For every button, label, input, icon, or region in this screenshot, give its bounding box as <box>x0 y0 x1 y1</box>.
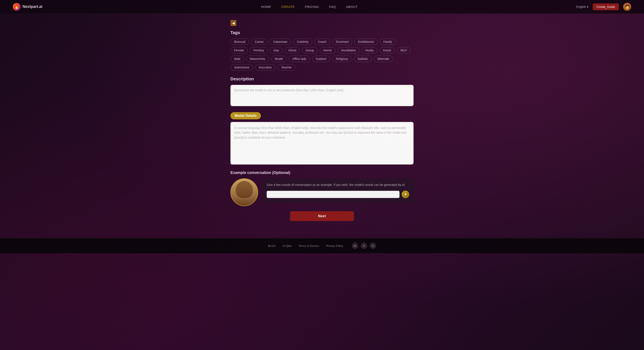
tag-female[interactable]: Female <box>230 47 248 54</box>
ai-generate-button[interactable]: ✦ <box>402 191 409 198</box>
conversation-input-row: ✦ <box>267 191 409 198</box>
conversation-box: Give a few rounds of conversation as an … <box>262 178 414 202</box>
model-details-label: Model Details <box>230 112 261 119</box>
tags-title: Tags <box>230 30 414 35</box>
user-avatar[interactable]: 🧑 <box>623 3 631 11</box>
tag-family[interactable]: Family <box>380 39 396 45</box>
avatar-silhouette <box>231 179 258 206</box>
nav-home[interactable]: HOME <box>261 5 271 9</box>
conversation-hint: Give a few rounds of conversation as an … <box>267 183 409 187</box>
nav-about[interactable]: ABOUT <box>346 5 358 9</box>
tag-teacher[interactable]: Teacher <box>278 64 296 71</box>
nav-right: English ▾ Create_Guide 🧑 <box>576 3 631 11</box>
reddit-icon[interactable]: ◎ <box>370 243 376 249</box>
tag-male[interactable]: Male <box>230 56 244 62</box>
tag-dominant[interactable]: Dominant <box>332 39 352 45</box>
tag-celebrity[interactable]: Celebrity <box>293 39 312 45</box>
create-guide-button[interactable]: Create_Guide <box>593 4 619 10</box>
tag-outdoor[interactable]: Outdoor <box>312 56 330 62</box>
footer: BLOG AI Q&A Terms of Service Privacy Pol… <box>0 238 644 253</box>
model-details-input[interactable] <box>230 122 414 165</box>
tag-masochistic[interactable]: Masochistic <box>246 56 269 62</box>
tag-submissive[interactable]: Submissive <box>230 64 253 71</box>
tag-succubus[interactable]: Succubus <box>255 64 275 71</box>
tags-section: Tags BisexualCareerCatwomanCelebrityCoac… <box>230 30 414 71</box>
nav-links: HOME CREATE PRICING FAQ ABOUT <box>261 5 358 9</box>
character-avatar <box>230 178 258 206</box>
main-content: ◀ Tags BisexualCareerCatwomanCelebrityCo… <box>226 14 418 238</box>
tag-sadistic[interactable]: Sadistic <box>354 56 372 62</box>
next-button-wrapper: Next <box>230 211 414 221</box>
tag-milf[interactable]: MILF <box>397 47 411 54</box>
footer-tos[interactable]: Terms of Service <box>298 244 319 247</box>
language-selector[interactable]: English ▾ <box>576 5 588 9</box>
footer-icons: ⊕ ✈ ◎ <box>352 243 376 249</box>
tag-femboy[interactable]: Femboy <box>250 47 268 54</box>
description-title: Description <box>230 77 414 81</box>
back-button[interactable]: ◀ <box>230 20 236 26</box>
nav-faq[interactable]: FAQ <box>329 5 336 9</box>
telegram-icon[interactable]: ✈ <box>361 243 367 249</box>
tag-model[interactable]: Model <box>271 56 287 62</box>
description-section: Description <box>230 77 414 107</box>
tag-horror[interactable]: Horror <box>320 47 336 54</box>
footer-links: BLOG AI Q&A Terms of Service Privacy Pol… <box>268 244 343 248</box>
description-input[interactable] <box>230 85 414 106</box>
logo-icon: 🔥 <box>13 3 20 11</box>
example-conversation-title: Example conversation (Optional) <box>230 171 414 175</box>
tag-coach[interactable]: Coach <box>314 39 330 45</box>
example-conversation-wrapper: Give a few rounds of conversation as an … <box>230 178 414 206</box>
footer-blog[interactable]: BLOG <box>268 244 276 247</box>
tag-ghost[interactable]: Ghost <box>285 47 300 54</box>
discord-icon[interactable]: ⊕ <box>352 243 358 249</box>
logo-text: Nextpart.ai <box>22 5 42 9</box>
tag-gay[interactable]: Gay <box>270 47 282 54</box>
logo[interactable]: 🔥 Nextpart.ai <box>13 3 42 11</box>
nav-create[interactable]: CREATE <box>281 5 295 9</box>
footer-privacy[interactable]: Privacy Policy <box>326 244 343 247</box>
model-details-section: Model Details <box>230 112 414 165</box>
conversation-input[interactable] <box>267 191 400 198</box>
tag-humiliation[interactable]: Humiliation <box>338 47 360 54</box>
next-button[interactable]: Next <box>290 211 354 221</box>
tag-career[interactable]: Career <box>251 39 268 45</box>
tag-catwoman[interactable]: Catwoman <box>270 39 291 45</box>
navbar: 🔥 Nextpart.ai HOME CREATE PRICING FAQ AB… <box>0 0 644 14</box>
tag-bisexual[interactable]: Bisexual <box>230 39 249 45</box>
footer-aiqna[interactable]: AI Q&A <box>282 244 292 247</box>
tag-incest[interactable]: Incest <box>380 47 394 54</box>
tags-container: BisexualCareerCatwomanCelebrityCoachDomi… <box>230 39 414 71</box>
tag-shemale[interactable]: Shemale <box>374 56 393 62</box>
example-conversation-section: Example conversation (Optional) Give a f… <box>230 171 414 206</box>
tag-exhibitionist[interactable]: Exhibitionist <box>354 39 378 45</box>
tag-religious[interactable]: Religious <box>332 56 352 62</box>
tag-office-lady[interactable]: Office lady <box>289 56 310 62</box>
tag-group[interactable]: Group <box>302 47 318 54</box>
tag-hunky[interactable]: Hunky <box>362 47 377 54</box>
nav-pricing[interactable]: PRICING <box>305 5 319 9</box>
